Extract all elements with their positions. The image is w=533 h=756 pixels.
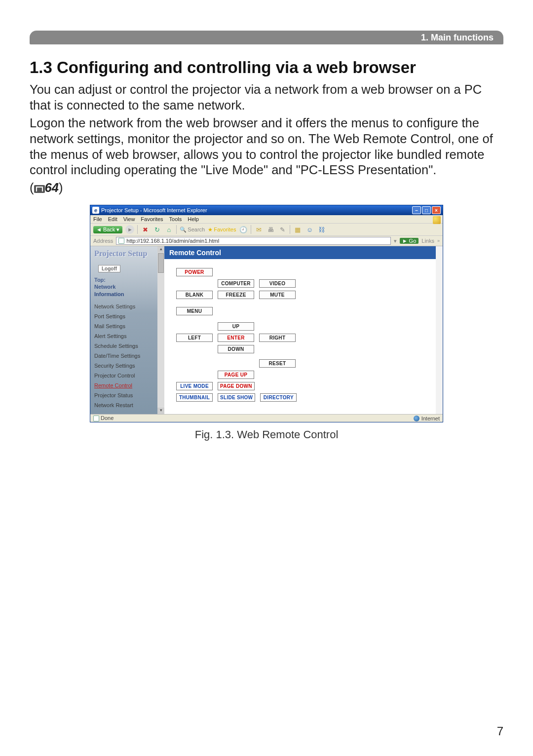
window-controls: – □ ×	[412, 206, 441, 214]
back-button[interactable]: ◄ Back ▾	[93, 226, 122, 233]
figure-caption: Fig. 1.3. Web Remote Control	[195, 428, 339, 441]
messenger-icon[interactable]: ☺	[305, 225, 314, 234]
links-label[interactable]: Links	[421, 238, 434, 244]
window-maximize-button[interactable]: □	[422, 206, 431, 214]
paragraph-2: Logon the network from the web browser a…	[30, 115, 503, 179]
sidebar-item[interactable]: Schedule Settings	[94, 341, 160, 351]
sidebar-item[interactable]: Projector Status	[94, 390, 160, 400]
menu-help[interactable]: Help	[188, 216, 199, 222]
sidebar-item[interactable]: Date/Time Settings	[94, 351, 160, 361]
sidebar-list: Network SettingsPort SettingsMail Settin…	[90, 301, 164, 411]
window-title: e Projector Setup - Microsoft Internet E…	[92, 207, 207, 214]
print-icon[interactable]: 🖶	[266, 225, 275, 234]
mute-button[interactable]: MUTE	[259, 291, 296, 299]
menu-tools[interactable]: Tools	[169, 216, 182, 222]
window-close-button[interactable]: ×	[432, 206, 441, 214]
internet-zone-icon	[414, 416, 419, 421]
blank-button[interactable]: BLANK	[176, 291, 213, 299]
research-icon[interactable]: ⛓	[317, 225, 326, 234]
section-heading: 1.3 Configuring and controlling via a we…	[30, 58, 503, 77]
window-minimize-button[interactable]: –	[412, 206, 421, 214]
sidebar-item[interactable]: Remote Control	[94, 380, 160, 390]
livemode-button[interactable]: LIVE MODE	[176, 382, 213, 390]
main-scrollbar[interactable]	[436, 246, 443, 414]
up-button[interactable]: UP	[218, 322, 254, 331]
scroll-down-icon[interactable]: ▾	[157, 408, 164, 414]
stop-icon[interactable]: ✖	[141, 225, 150, 234]
window-titlebar: e Projector Setup - Microsoft Internet E…	[90, 205, 443, 215]
sidebar-top-section: Top: Network Information	[90, 276, 164, 301]
back-label: Back	[103, 227, 115, 232]
sidebar-top-label: Top:	[94, 276, 160, 283]
computer-button[interactable]: COMPUTER	[218, 279, 254, 288]
sidebar-top-network[interactable]: Network	[94, 283, 160, 290]
enter-button[interactable]: ENTER	[218, 334, 254, 342]
browser-window: e Projector Setup - Microsoft Internet E…	[90, 205, 443, 422]
edit-icon[interactable]: ✎	[278, 225, 287, 234]
sidebar-scrollbar[interactable]: ▴ ▾	[157, 246, 164, 414]
sidebar-item[interactable]: Alert Settings	[94, 331, 160, 341]
remote-control-area: POWER COMPUTER VIDEO BLANK FREEZE MUTE	[164, 259, 443, 414]
address-dropdown-icon[interactable]: ▾	[394, 238, 397, 244]
book-icon	[34, 185, 45, 193]
reset-button[interactable]: RESET	[259, 359, 296, 368]
freeze-button[interactable]: FREEZE	[218, 291, 254, 299]
sidebar-item[interactable]: Network Settings	[94, 302, 160, 311]
logoff-button[interactable]: Logoff	[98, 265, 120, 272]
body-text: You can adjust or control the projector …	[30, 82, 503, 196]
sidebar-top-information[interactable]: Information	[94, 291, 160, 298]
address-label: Address	[93, 238, 113, 244]
status-done-label: Done	[101, 415, 114, 421]
video-button[interactable]: VIDEO	[259, 279, 296, 288]
scroll-thumb[interactable]	[158, 253, 164, 273]
sidebar-item[interactable]: Mail Settings	[94, 321, 160, 331]
page-number: 7	[497, 724, 503, 738]
go-label: Go	[409, 238, 417, 244]
ie-page-icon: e	[92, 207, 99, 214]
figure: e Projector Setup - Microsoft Internet E…	[30, 205, 503, 441]
browser-status-bar: Done Internet	[90, 414, 443, 422]
left-button[interactable]: LEFT	[176, 334, 213, 342]
slideshow-button[interactable]: SLIDE SHOW	[218, 393, 255, 402]
status-zone-label: Internet	[421, 416, 440, 421]
down-button[interactable]: DOWN	[218, 345, 254, 353]
right-button[interactable]: RIGHT	[259, 334, 296, 342]
refresh-icon[interactable]: ↻	[152, 225, 161, 234]
page-header-label: 1. Main functions	[421, 33, 494, 43]
discuss-icon[interactable]: ▦	[293, 225, 302, 234]
sidebar-item[interactable]: Security Settings	[94, 361, 160, 371]
power-button[interactable]: POWER	[176, 268, 213, 276]
menu-file[interactable]: File	[93, 216, 102, 222]
favorites-button[interactable]: ★ Favorites	[208, 227, 236, 233]
thumbnail-button[interactable]: THUMBNAIL	[176, 393, 213, 402]
panel-title: Remote Control	[164, 246, 443, 259]
menu-edit[interactable]: Edit	[108, 216, 117, 222]
directory-button[interactable]: DIRECTORY	[260, 393, 297, 402]
forward-button[interactable]: ►	[125, 225, 134, 234]
toolbar-separator	[290, 225, 290, 234]
scroll-up-icon[interactable]: ▴	[157, 246, 164, 253]
paragraph-1: You can adjust or control the projector …	[30, 82, 503, 113]
menu-view[interactable]: View	[123, 216, 135, 222]
pageup-button[interactable]: PAGE UP	[218, 371, 254, 379]
sidebar-item[interactable]: Network Restart	[94, 400, 160, 410]
search-label: Search	[188, 227, 205, 232]
links-chevron-icon[interactable]: »	[437, 238, 440, 243]
search-button[interactable]: 🔍 Search	[180, 227, 205, 233]
favorites-label: Favorites	[214, 227, 236, 232]
browser-menubar: File Edit View Favorites Tools Help	[90, 215, 443, 224]
history-icon[interactable]: 🕘	[239, 225, 248, 234]
pagedown-button[interactable]: PAGE DOWN	[218, 382, 255, 390]
home-icon[interactable]: ⌂	[164, 225, 173, 234]
menu-button[interactable]: MENU	[176, 307, 213, 315]
status-zone: Internet	[414, 416, 440, 421]
go-button[interactable]: ► Go	[400, 238, 419, 244]
mail-icon[interactable]: ✉	[254, 225, 263, 234]
sidebar-item[interactable]: Port Settings	[94, 311, 160, 321]
menu-favorites[interactable]: Favorites	[141, 216, 163, 222]
browser-toolbar: ◄ Back ▾ ► ✖ ↻ ⌂ 🔍 Search ★ Favorites 🕘 …	[90, 224, 443, 236]
address-input[interactable]: http://192.168.1.10/admin/admin1.html	[116, 237, 390, 245]
sidebar-item[interactable]: Projector Control	[94, 371, 160, 380]
sidebar: Projector Setup Logoff Top: Network Info…	[90, 246, 164, 414]
page-icon	[93, 416, 99, 421]
